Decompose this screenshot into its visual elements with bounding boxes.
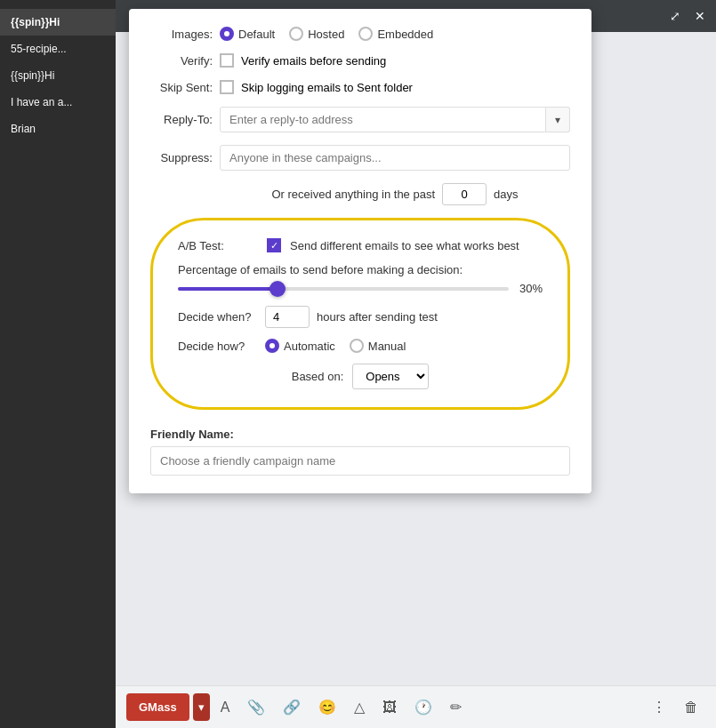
abtest-toggle-row: A/B Test: Send different emails to see w… — [178, 238, 543, 252]
images-default-option[interactable]: Default — [220, 27, 275, 41]
gmass-label: GMass — [139, 700, 177, 714]
decide-manual-option[interactable]: Manual — [350, 339, 406, 353]
slider-wrapper — [178, 287, 509, 291]
verify-row: Verify: Verify emails before sending — [150, 53, 570, 68]
decide-automatic-label: Automatic — [284, 340, 335, 353]
skip-sent-row: Skip Sent: Skip logging emails to Sent f… — [150, 80, 570, 94]
days-suffix: days — [494, 188, 518, 201]
decide-when-suffix: hours after sending test — [317, 310, 438, 324]
days-input[interactable] — [442, 183, 487, 205]
verify-text: Verify emails before sending — [241, 54, 386, 68]
reply-to-dropdown-btn[interactable]: ▾ — [546, 107, 570, 132]
days-prefix: Or received anything in the past — [271, 188, 435, 201]
drive-icon[interactable]: △ — [347, 695, 372, 719]
based-on-row: Based on: Opens Clicks Replies — [178, 364, 543, 389]
decide-when-label: Decide when? — [178, 310, 258, 324]
decide-how-row: Decide how? Automatic Manual — [178, 339, 543, 353]
reply-to-row: Reply-To: ▾ — [150, 107, 570, 132]
skip-sent-text: Skip logging emails to Sent folder — [241, 81, 413, 94]
slider-row: 30% — [178, 282, 543, 295]
images-embedded-radio[interactable] — [358, 27, 373, 41]
decide-automatic-option[interactable]: Automatic — [265, 339, 335, 353]
skip-sent-checkbox[interactable] — [220, 80, 234, 94]
image-icon[interactable]: 🖼 — [375, 696, 404, 719]
decide-how-radio-group: Automatic Manual — [265, 339, 406, 353]
reply-to-label: Reply-To: — [150, 113, 213, 126]
images-hosted-label: Hosted — [308, 28, 344, 41]
decide-automatic-radio[interactable] — [265, 339, 279, 353]
days-row: Or received anything in the past days — [150, 183, 570, 205]
slider-track — [178, 287, 509, 291]
based-on-select[interactable]: Opens Clicks Replies — [352, 364, 429, 389]
more-options-icon[interactable]: ⋮ — [645, 695, 673, 719]
slider-fill — [178, 287, 278, 291]
friendly-section: Friendly Name: — [150, 428, 570, 476]
expand-icon[interactable]: ⤢ — [666, 7, 684, 25]
abtest-label: A/B Test: — [178, 239, 258, 252]
images-row: Images: Default Hosted Embedded — [150, 27, 570, 41]
verify-checkbox[interactable] — [220, 53, 234, 68]
decide-when-row: Decide when? hours after sending test — [178, 306, 543, 328]
gmass-button[interactable]: GMass — [126, 693, 189, 721]
decide-when-input[interactable] — [265, 306, 310, 328]
images-default-label: Default — [238, 28, 275, 41]
reply-to-input[interactable] — [220, 107, 546, 132]
friendly-name-input[interactable] — [150, 446, 570, 476]
suppress-label: Suppress: — [150, 151, 213, 164]
emoji-icon[interactable]: 😊 — [311, 695, 343, 719]
images-label: Images: — [150, 28, 213, 41]
reply-to-wrapper: ▾ — [220, 107, 570, 132]
slider-thumb[interactable] — [270, 281, 286, 297]
images-embedded-option[interactable]: Embedded — [358, 27, 433, 41]
sidebar-item-3[interactable]: {{spin}}Hi — [0, 62, 116, 89]
friendly-name-label: Friendly Name: — [150, 428, 570, 441]
abtest-section: A/B Test: Send different emails to see w… — [150, 218, 570, 410]
images-hosted-option[interactable]: Hosted — [289, 27, 344, 41]
images-radio-group: Default Hosted Embedded — [220, 27, 433, 41]
edit-icon[interactable]: ✏ — [443, 695, 469, 719]
abtest-checkbox[interactable] — [267, 238, 281, 252]
decide-how-label: Decide how? — [178, 340, 258, 353]
sidebar-item-5[interactable]: Brian — [0, 116, 116, 142]
suppress-row: Suppress: — [150, 145, 570, 171]
slider-container: Percentage of emails to send before maki… — [178, 263, 543, 295]
link-icon[interactable]: 🔗 — [276, 695, 308, 719]
abtest-description: Send different emails to see what works … — [290, 239, 519, 252]
skip-sent-label: Skip Sent: — [150, 81, 213, 94]
images-default-radio[interactable] — [220, 27, 234, 41]
percentage-label: Percentage of emails to send before maki… — [178, 263, 543, 276]
gmass-dropdown-btn[interactable]: ▾ — [193, 693, 210, 721]
format-text-icon[interactable]: A — [213, 696, 237, 719]
schedule-icon[interactable]: 🕐 — [407, 695, 439, 719]
sidebar: {{spin}}Hi 55-recipie... {{spin}}Hi I ha… — [0, 0, 116, 728]
bottom-toolbar: GMass ▾ A 📎 🔗 😊 △ 🖼 🕐 ✏ ⋮ 🗑 — [116, 685, 716, 728]
based-on-label: Based on: — [292, 370, 344, 383]
suppress-input[interactable] — [220, 145, 570, 171]
decide-manual-radio[interactable] — [350, 339, 364, 353]
slider-value: 30% — [519, 282, 543, 295]
sidebar-item-1[interactable]: {{spin}}Hi — [0, 9, 116, 36]
images-embedded-label: Embedded — [377, 28, 433, 41]
sidebar-item-2[interactable]: 55-recipie... — [0, 36, 116, 62]
decide-manual-label: Manual — [368, 340, 406, 353]
attachment-icon[interactable]: 📎 — [240, 695, 272, 719]
verify-label: Verify: — [150, 54, 213, 68]
images-hosted-radio[interactable] — [289, 27, 303, 41]
delete-icon[interactable]: 🗑 — [677, 696, 705, 719]
settings-panel: Images: Default Hosted Embedded Verify: … — [129, 9, 591, 493]
sidebar-item-4[interactable]: I have an a... — [0, 89, 116, 116]
close-icon[interactable]: ✕ — [691, 7, 709, 25]
